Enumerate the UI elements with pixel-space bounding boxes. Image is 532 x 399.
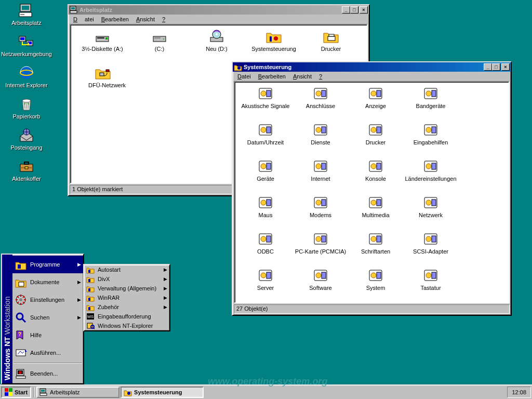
svg-point-81	[426, 200, 431, 205]
control-panel-applet-icon	[422, 158, 439, 175]
control-panel-item[interactable]: Anschlüsse	[293, 85, 348, 122]
svg-rect-116	[18, 264, 21, 269]
svg-point-99	[316, 273, 321, 278]
desktop-icon-ie[interactable]: Internet Explorer	[3, 64, 50, 88]
svg-rect-117	[19, 282, 24, 286]
maximize-button[interactable]: □	[492, 63, 500, 71]
svg-point-69	[426, 164, 431, 169]
menu-datei[interactable]: Datei	[70, 15, 98, 23]
submenu-entry[interactable]: Verwaltung (Allgemein)▶	[84, 284, 169, 293]
svg-point-126	[19, 371, 22, 374]
titlebar[interactable]: Systemsteuerung _ □ ×	[233, 62, 511, 72]
start-entry[interactable]: Programme▶	[12, 256, 83, 273]
control-panel-applet-icon	[422, 122, 439, 138]
start-button[interactable]: Start	[1, 387, 31, 398]
taskbar-task-arbeitsplatz[interactable]: Arbeitsplatz	[36, 387, 119, 398]
network-neighborhood-icon	[18, 33, 35, 50]
item-systemsteuerung[interactable]: Systemsteuerung	[245, 28, 302, 64]
control-panel-item[interactable]: Drucker	[348, 122, 403, 158]
control-panel-item[interactable]: PC-Karte (PCMCIA)	[293, 231, 348, 267]
control-panel-item[interactable]: System	[348, 267, 403, 303]
desktop-icon-label: Arbeitsplatz	[11, 20, 41, 26]
control-panel-item[interactable]: Konsole	[348, 158, 403, 194]
system-tray[interactable]: 12:08	[507, 387, 531, 398]
menu-ansicht[interactable]: Ansicht	[132, 15, 158, 23]
control-panel-item[interactable]: Modems	[293, 194, 348, 231]
start-entry[interactable]: Suchen▶	[12, 309, 83, 326]
submenu-entry[interactable]: Autostart▶	[84, 265, 169, 274]
window-systemsteuerung[interactable]: Systemsteuerung _ □ × Datei Bearbeiten A…	[232, 61, 512, 316]
inbox-icon	[18, 127, 35, 143]
menu-bar: Datei Bearbeiten Ansicht ?	[69, 15, 369, 24]
control-panel-item[interactable]: Netzwerk	[403, 194, 458, 231]
taskbar-task-systemsteuerung[interactable]: Systemsteuerung	[121, 387, 204, 398]
programs-submenu: Autostart▶DivX▶Verwaltung (Allgemein)▶Wi…	[83, 264, 170, 331]
control-panel-item[interactable]: Datum/Uhrzeit	[238, 122, 293, 158]
control-panel-item[interactable]: Tastatur	[403, 267, 458, 303]
svg-rect-127	[88, 270, 90, 273]
control-panel-item[interactable]: Anzeige	[348, 85, 403, 122]
control-panel-item[interactable]: Ländereinstellungen	[403, 158, 458, 194]
control-panel-item[interactable]: ODBC	[238, 231, 293, 267]
control-panel-item[interactable]: Dienste	[293, 122, 348, 158]
item-drive-c[interactable]: (C:)	[131, 28, 188, 64]
desktop-icon-arbeitsplatz[interactable]: Arbeitsplatz	[3, 2, 50, 26]
start-entry-label: Ausführen...	[30, 350, 61, 356]
menu-help[interactable]: ?	[158, 15, 169, 23]
control-panel-item[interactable]: Bandgeräte	[403, 85, 458, 122]
svg-rect-49	[267, 127, 271, 133]
item-drucker[interactable]: Drucker	[302, 28, 360, 64]
desktop-icon-papierkorb[interactable]: Papierkorb	[3, 96, 50, 119]
control-panel-item[interactable]: Maus	[238, 194, 293, 231]
menu-bearbeiten[interactable]: Bearbeiten	[255, 72, 289, 81]
start-entry[interactable]: Beenden...	[12, 365, 83, 382]
internet-explorer-icon	[18, 64, 35, 81]
submenu-entry[interactable]: WinRAR▶	[84, 293, 169, 302]
menu-ansicht[interactable]: Ansicht	[289, 72, 315, 81]
svg-rect-67	[377, 163, 381, 169]
menu-datei[interactable]: Datei	[234, 72, 255, 81]
close-button[interactable]: ×	[360, 6, 368, 14]
control-panel-item[interactable]: Akustische Signale	[238, 85, 293, 122]
submenu-entry-icon	[86, 322, 95, 330]
window-body[interactable]: Akustische SignaleAnschlüsseAnzeigeBandg…	[234, 81, 510, 303]
task-label: Arbeitsplatz	[50, 389, 79, 395]
svg-point-93	[426, 236, 431, 242]
submenu-entry[interactable]: MSEingabeaufforderung	[84, 312, 169, 321]
control-panel-item[interactable]: Eingabehilfen	[403, 122, 458, 158]
desktop-icon-posteingang[interactable]: Posteingang	[3, 127, 50, 151]
svg-rect-106	[432, 272, 436, 278]
svg-rect-137	[9, 388, 12, 392]
start-entry-icon	[15, 294, 27, 306]
control-panel-applet-icon	[422, 85, 439, 102]
close-button[interactable]: ×	[501, 63, 510, 71]
menu-help[interactable]: ?	[315, 72, 326, 81]
control-panel-item[interactable]: Software	[293, 267, 348, 303]
start-entry[interactable]: Dokumente▶	[12, 273, 83, 291]
control-panel-item[interactable]: Multimedia	[348, 194, 403, 231]
menu-bearbeiten[interactable]: Bearbeiten	[98, 15, 132, 23]
clock: 12:08	[512, 389, 526, 395]
titlebar[interactable]: Arbeitsplatz _ □ ×	[69, 5, 369, 15]
control-panel-item[interactable]: Schriftarten	[348, 231, 403, 267]
desktop-icon-netzwerk[interactable]: Netzwerkumgebung	[3, 33, 50, 57]
control-panel-item[interactable]: SCSI-Adapter	[403, 231, 458, 267]
control-panel-item[interactable]: Geräte	[238, 158, 293, 194]
minimize-button[interactable]: _	[484, 63, 492, 71]
control-panel-item[interactable]: Internet	[293, 158, 348, 194]
desktop-icon-aktenkoffer[interactable]: Aktenkoffer	[3, 158, 50, 182]
start-entry[interactable]: ?Hilfe	[12, 326, 83, 344]
menu-bar: Datei Bearbeiten Ansicht ?	[233, 72, 511, 81]
submenu-entry[interactable]: Zubehör▶	[84, 302, 169, 312]
control-panel-item[interactable]: Server	[238, 267, 293, 303]
start-entry-icon	[15, 311, 27, 324]
submenu-entry[interactable]: Windows NT-Explorer	[84, 321, 169, 330]
start-entry[interactable]: Einstellungen▶	[12, 291, 83, 309]
minimize-button[interactable]: _	[342, 6, 350, 14]
item-drive-d[interactable]: Neu (D:)	[188, 28, 245, 64]
svg-rect-97	[267, 272, 271, 278]
start-entry[interactable]: Ausführen...	[12, 344, 83, 362]
submenu-entry[interactable]: DivX▶	[84, 274, 169, 284]
maximize-button[interactable]: □	[350, 6, 358, 14]
item-diskette-a[interactable]: 3½-Diskette (A:)	[74, 28, 131, 64]
